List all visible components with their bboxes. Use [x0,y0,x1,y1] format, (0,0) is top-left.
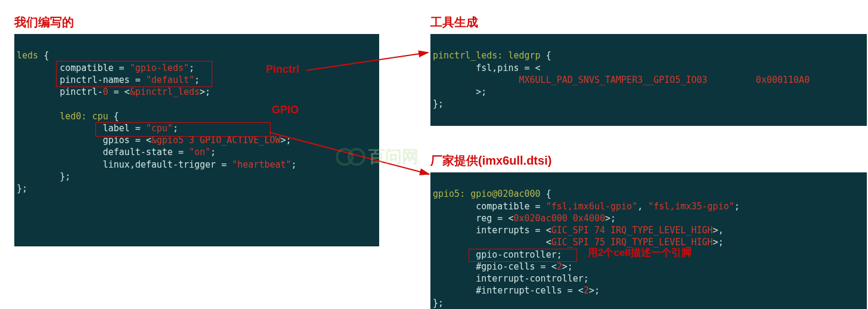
code-text: ; [173,123,178,134]
annot-gpio: GPIO [272,104,299,116]
code-text: >; [589,285,600,296]
code-text: linux,default-trigger = [17,159,232,170]
code-text: 2 [557,261,562,272]
code-text: 0 [103,86,108,97]
code-text: led0: [60,111,86,122]
code-text: "gpio-leds" [130,63,189,73]
code-text [568,213,573,224]
codebox-right-bottom: gpio5: gpio@020ac000 { compatible = "fsl… [430,172,867,309]
code-text [605,225,610,236]
code-text: >; [562,261,573,272]
code-text: pinctrl_leds: [433,50,503,61]
code-text: >; [433,86,486,97]
codebox-left: leds { compatible = "gpio-leds"; pinctrl… [14,34,379,246]
code-text: IRQ_TYPE_LEVEL_HIGH [610,225,713,236]
code-text: 0x000110A0 [756,75,810,85]
code-text: "fsl,imx6ul-gpio" [546,201,638,212]
code-text: }; [17,171,70,182]
code-text: label = [17,123,146,134]
code-text [17,111,60,122]
code-text [708,75,756,85]
code-text: "on" [189,147,210,157]
code-text: { [108,111,119,122]
code-text: 74 [594,225,605,236]
code-text: }; [17,183,27,194]
code-text: >; [200,86,210,97]
code-text: interrupts = < [433,225,551,236]
code-text: , [637,201,648,212]
code-text: GIC_SPI [551,237,589,248]
code-text [184,135,189,146]
code-text: 3 [189,135,194,146]
heading-right-bottom: 厂家提供(imx6ull.dtsi) [430,153,867,169]
code-text: ; [194,75,200,85]
code-text [433,75,519,85]
code-text: gpio@020ac000 [470,189,540,199]
code-text: }; [433,298,444,308]
code-text: >; [605,213,616,224]
annot-pinctrl: Pinctrl [266,63,299,76]
code-text: >, [713,225,724,236]
code-text: "default" [146,75,194,85]
annot-cells: 用2个cell描述一个引脚 [588,246,692,259]
code-text: #gpio-cells = < [433,261,557,272]
code-text: &pinctrl_leds [130,86,200,97]
code-text: { [541,50,551,61]
code-text [589,225,594,236]
code-text: "heartbeat" [232,159,291,170]
code-text: < [433,237,551,248]
code-text: compatible = [17,63,130,73]
heading-left: 我们编写的 [14,14,378,30]
code-text: &gpio5 [151,135,184,146]
code-text: pinctrl- [17,86,103,97]
code-text: >; [713,237,724,248]
code-text: default-state = [17,147,189,157]
code-text: }; [433,98,444,109]
code-text: pinctrl-names = [17,75,146,85]
code-text [465,189,470,199]
code-text: gpio5: [433,189,465,199]
code-text: 0x020ac000 [513,213,567,224]
code-text: GIC_SPI [551,225,589,236]
code-text: "fsl,imx35-gpio" [648,201,734,212]
heading-right-top: 工具生成 [430,14,860,30]
code-text: { [38,50,49,61]
code-text: interrupt-controller; [433,273,589,284]
code-text: ; [292,159,297,170]
code-text: #interrupt-cells = < [433,285,584,296]
code-text: ; [189,63,194,73]
codebox-right-top: pinctrl_leds: ledgrp { fsl,pins = < MX6U… [430,34,867,126]
code-text: ; [734,201,740,212]
code-text: { [541,189,551,199]
code-text: = < [108,86,130,97]
code-text: ; [210,147,216,157]
code-text: gpios = < [17,135,151,146]
code-text: compatible = [433,201,546,212]
code-text: 2 [584,285,589,296]
code-text: 0x4000 [573,213,605,224]
code-text [194,135,200,146]
code-text: "cpu" [146,123,173,134]
code-text: >; [281,135,292,146]
code-text: MX6ULL_PAD_SNVS_TAMPER3__GPIO5_IO03 [519,75,708,85]
code-text: cpu [92,111,108,122]
code-text: ledgrp [508,50,540,61]
code-text: gpio-controller; [433,249,562,260]
code-text: fsl,pins = < [433,63,541,73]
code-text: reg = < [433,213,513,224]
code-text: GPIO_ACTIVE_LOW [200,135,280,146]
code-text: leds [17,50,38,61]
